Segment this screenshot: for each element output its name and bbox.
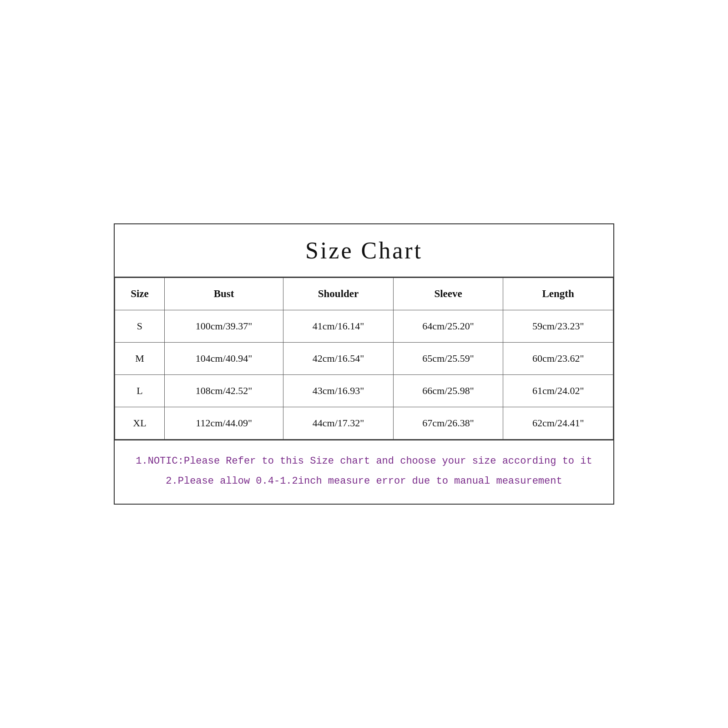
cell-length: 59cm/23.23" (503, 310, 613, 343)
cell-size: L (115, 375, 165, 407)
cell-sleeve: 65cm/25.59" (393, 343, 503, 375)
cell-shoulder: 41cm/16.14" (283, 310, 394, 343)
cell-shoulder: 42cm/16.54" (283, 343, 394, 375)
cell-sleeve: 64cm/25.20" (393, 310, 503, 343)
col-sleeve: Sleeve (393, 278, 503, 310)
cell-size: XL (115, 407, 165, 440)
col-bust: Bust (164, 278, 283, 310)
cell-size: M (115, 343, 165, 375)
table-row: L108cm/42.52"43cm/16.93"66cm/25.98"61cm/… (115, 375, 613, 407)
col-length: Length (503, 278, 613, 310)
table-header: Size Bust Shoulder Sleeve Length (115, 278, 613, 310)
cell-length: 62cm/24.41" (503, 407, 613, 440)
cell-size: S (115, 310, 165, 343)
cell-bust: 108cm/42.52" (164, 375, 283, 407)
cell-bust: 104cm/40.94" (164, 343, 283, 375)
cell-shoulder: 43cm/16.93" (283, 375, 394, 407)
table-body: S100cm/39.37"41cm/16.14"64cm/25.20"59cm/… (115, 310, 613, 440)
col-size: Size (115, 278, 165, 310)
cell-sleeve: 67cm/26.38" (393, 407, 503, 440)
cell-length: 61cm/24.02" (503, 375, 613, 407)
chart-title-row: Size Chart (115, 224, 613, 278)
table-row: XL112cm/44.09"44cm/17.32"67cm/26.38"62cm… (115, 407, 613, 440)
cell-length: 60cm/23.62" (503, 343, 613, 375)
header-row: Size Bust Shoulder Sleeve Length (115, 278, 613, 310)
cell-shoulder: 44cm/17.32" (283, 407, 394, 440)
note-line-2: 2.Please allow 0.4-1.2inch measure error… (133, 473, 595, 489)
note-line-1: 1.NOTIC:Please Refer to this Size chart … (133, 453, 595, 469)
page-wrapper: Size Chart Size Bust Shoulder Sleeve Len… (114, 223, 614, 504)
notes-section: 1.NOTIC:Please Refer to this Size chart … (115, 440, 613, 503)
table-row: S100cm/39.37"41cm/16.14"64cm/25.20"59cm/… (115, 310, 613, 343)
cell-bust: 100cm/39.37" (164, 310, 283, 343)
table-row: M104cm/40.94"42cm/16.54"65cm/25.59"60cm/… (115, 343, 613, 375)
col-shoulder: Shoulder (283, 278, 394, 310)
cell-bust: 112cm/44.09" (164, 407, 283, 440)
size-chart-container: Size Chart Size Bust Shoulder Sleeve Len… (114, 223, 614, 504)
cell-sleeve: 66cm/25.98" (393, 375, 503, 407)
chart-title: Size Chart (305, 238, 423, 263)
size-table: Size Bust Shoulder Sleeve Length S100cm/… (115, 278, 613, 440)
